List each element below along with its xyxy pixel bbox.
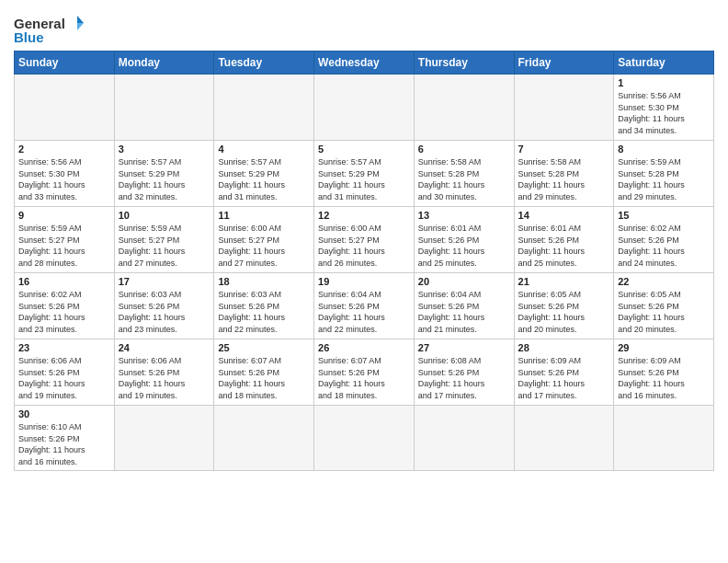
day-number: 16	[18, 276, 110, 287]
day-number: 6	[418, 144, 510, 155]
weekday-header-wednesday: Wednesday	[314, 52, 415, 75]
cell-info: Sunrise: 6:01 AM Sunset: 5:26 PM Dayligh…	[418, 223, 510, 269]
calendar-row-3: 16Sunrise: 6:02 AM Sunset: 5:26 PM Dayli…	[15, 273, 714, 339]
day-number: 20	[418, 276, 510, 287]
calendar-cell: 30Sunrise: 6:10 AM Sunset: 5:26 PM Dayli…	[15, 406, 115, 471]
cell-info: Sunrise: 5:57 AM Sunset: 5:29 PM Dayligh…	[119, 156, 210, 202]
calendar-row-1: 2Sunrise: 5:56 AM Sunset: 5:30 PM Daylig…	[15, 141, 714, 207]
logo-bird-icon	[67, 13, 87, 33]
cell-info: Sunrise: 6:00 AM Sunset: 5:27 PM Dayligh…	[318, 223, 410, 269]
cell-info: Sunrise: 5:58 AM Sunset: 5:28 PM Dayligh…	[518, 156, 610, 202]
calendar-cell: 14Sunrise: 6:01 AM Sunset: 5:26 PM Dayli…	[514, 207, 614, 273]
weekday-header-saturday: Saturday	[614, 52, 714, 75]
cell-info: Sunrise: 6:08 AM Sunset: 5:26 PM Dayligh…	[418, 355, 510, 401]
day-number: 12	[318, 210, 410, 221]
cell-info: Sunrise: 6:03 AM Sunset: 5:26 PM Dayligh…	[218, 289, 310, 335]
calendar-cell	[214, 406, 314, 471]
calendar-cell: 9Sunrise: 5:59 AM Sunset: 5:27 PM Daylig…	[15, 207, 115, 273]
calendar-cell: 11Sunrise: 6:00 AM Sunset: 5:27 PM Dayli…	[214, 207, 314, 273]
calendar-row-0: 1Sunrise: 5:56 AM Sunset: 5:30 PM Daylig…	[15, 75, 714, 141]
svg-marker-1	[77, 23, 84, 30]
calendar-cell	[314, 406, 415, 471]
calendar-cell: 29Sunrise: 6:09 AM Sunset: 5:26 PM Dayli…	[614, 339, 714, 406]
logo-blue: Blue	[14, 29, 44, 45]
calendar-cell: 20Sunrise: 6:04 AM Sunset: 5:26 PM Dayli…	[414, 273, 514, 339]
calendar-cell: 13Sunrise: 6:01 AM Sunset: 5:26 PM Dayli…	[414, 207, 514, 273]
day-number: 17	[119, 276, 210, 287]
cell-info: Sunrise: 6:04 AM Sunset: 5:26 PM Dayligh…	[418, 289, 510, 335]
calendar-cell	[114, 75, 214, 141]
calendar-cell: 28Sunrise: 6:09 AM Sunset: 5:26 PM Dayli…	[514, 339, 614, 406]
cell-info: Sunrise: 5:57 AM Sunset: 5:29 PM Dayligh…	[218, 156, 310, 202]
calendar-cell: 24Sunrise: 6:06 AM Sunset: 5:26 PM Dayli…	[114, 339, 214, 406]
calendar-cell	[314, 75, 415, 141]
calendar-cell: 1Sunrise: 5:56 AM Sunset: 5:30 PM Daylig…	[614, 75, 714, 141]
day-number: 25	[218, 342, 310, 353]
calendar-row-4: 23Sunrise: 6:06 AM Sunset: 5:26 PM Dayli…	[15, 339, 714, 406]
cell-info: Sunrise: 6:05 AM Sunset: 5:26 PM Dayligh…	[518, 289, 610, 335]
calendar-cell: 19Sunrise: 6:04 AM Sunset: 5:26 PM Dayli…	[314, 273, 415, 339]
weekday-header-row: SundayMondayTuesdayWednesdayThursdayFrid…	[15, 52, 714, 75]
cell-info: Sunrise: 5:56 AM Sunset: 5:30 PM Dayligh…	[18, 156, 110, 202]
cell-info: Sunrise: 6:10 AM Sunset: 5:26 PM Dayligh…	[18, 421, 110, 467]
cell-info: Sunrise: 6:02 AM Sunset: 5:26 PM Dayligh…	[618, 223, 710, 269]
day-number: 24	[119, 342, 210, 353]
cell-info: Sunrise: 6:09 AM Sunset: 5:26 PM Dayligh…	[518, 355, 610, 401]
day-number: 13	[418, 210, 510, 221]
cell-info: Sunrise: 6:04 AM Sunset: 5:26 PM Dayligh…	[318, 289, 410, 335]
day-number: 19	[318, 276, 410, 287]
calendar-cell: 10Sunrise: 5:59 AM Sunset: 5:27 PM Dayli…	[114, 207, 214, 273]
calendar-cell	[114, 406, 214, 471]
day-number: 28	[518, 342, 610, 353]
header-area: General Blue	[14, 9, 714, 45]
calendar-cell	[414, 75, 514, 141]
day-number: 27	[418, 342, 510, 353]
calendar-cell: 8Sunrise: 5:59 AM Sunset: 5:28 PM Daylig…	[614, 141, 714, 207]
day-number: 1	[618, 77, 710, 88]
cell-info: Sunrise: 5:59 AM Sunset: 5:27 PM Dayligh…	[18, 223, 110, 269]
day-number: 30	[18, 408, 110, 419]
day-number: 5	[318, 144, 410, 155]
calendar-cell: 6Sunrise: 5:58 AM Sunset: 5:28 PM Daylig…	[414, 141, 514, 207]
day-number: 21	[518, 276, 610, 287]
day-number: 3	[119, 144, 210, 155]
calendar-cell: 15Sunrise: 6:02 AM Sunset: 5:26 PM Dayli…	[614, 207, 714, 273]
calendar-cell: 7Sunrise: 5:58 AM Sunset: 5:28 PM Daylig…	[514, 141, 614, 207]
weekday-header-friday: Friday	[514, 52, 614, 75]
logo-general: General	[14, 16, 65, 31]
cell-info: Sunrise: 5:57 AM Sunset: 5:29 PM Dayligh…	[318, 156, 410, 202]
day-number: 15	[618, 210, 710, 221]
cell-info: Sunrise: 5:58 AM Sunset: 5:28 PM Dayligh…	[418, 156, 510, 202]
day-number: 10	[119, 210, 210, 221]
cell-info: Sunrise: 6:01 AM Sunset: 5:26 PM Dayligh…	[518, 223, 610, 269]
day-number: 23	[18, 342, 110, 353]
calendar-cell: 25Sunrise: 6:07 AM Sunset: 5:26 PM Dayli…	[214, 339, 314, 406]
day-number: 8	[618, 144, 710, 155]
calendar-cell: 26Sunrise: 6:07 AM Sunset: 5:26 PM Dayli…	[314, 339, 415, 406]
day-number: 7	[518, 144, 610, 155]
calendar-row-2: 9Sunrise: 5:59 AM Sunset: 5:27 PM Daylig…	[15, 207, 714, 273]
cell-info: Sunrise: 6:07 AM Sunset: 5:26 PM Dayligh…	[318, 355, 410, 401]
cell-info: Sunrise: 6:06 AM Sunset: 5:26 PM Dayligh…	[119, 355, 210, 401]
calendar-row-5: 30Sunrise: 6:10 AM Sunset: 5:26 PM Dayli…	[15, 406, 714, 471]
cell-info: Sunrise: 5:56 AM Sunset: 5:30 PM Dayligh…	[618, 90, 710, 136]
logo: General Blue	[14, 9, 87, 45]
day-number: 4	[218, 144, 310, 155]
cell-info: Sunrise: 6:02 AM Sunset: 5:26 PM Dayligh…	[18, 289, 110, 335]
calendar-cell: 18Sunrise: 6:03 AM Sunset: 5:26 PM Dayli…	[214, 273, 314, 339]
day-number: 11	[218, 210, 310, 221]
day-number: 18	[218, 276, 310, 287]
cell-info: Sunrise: 6:09 AM Sunset: 5:26 PM Dayligh…	[618, 355, 710, 401]
day-number: 22	[618, 276, 710, 287]
calendar-cell: 23Sunrise: 6:06 AM Sunset: 5:26 PM Dayli…	[15, 339, 115, 406]
calendar-cell	[214, 75, 314, 141]
cell-info: Sunrise: 5:59 AM Sunset: 5:28 PM Dayligh…	[618, 156, 710, 202]
calendar-cell	[514, 406, 614, 471]
calendar-cell: 17Sunrise: 6:03 AM Sunset: 5:26 PM Dayli…	[114, 273, 214, 339]
calendar-cell: 27Sunrise: 6:08 AM Sunset: 5:26 PM Dayli…	[414, 339, 514, 406]
cell-info: Sunrise: 6:00 AM Sunset: 5:27 PM Dayligh…	[218, 223, 310, 269]
calendar-cell: 16Sunrise: 6:02 AM Sunset: 5:26 PM Dayli…	[15, 273, 115, 339]
weekday-header-sunday: Sunday	[15, 52, 115, 75]
calendar-cell: 3Sunrise: 5:57 AM Sunset: 5:29 PM Daylig…	[114, 141, 214, 207]
cell-info: Sunrise: 6:03 AM Sunset: 5:26 PM Dayligh…	[119, 289, 210, 335]
